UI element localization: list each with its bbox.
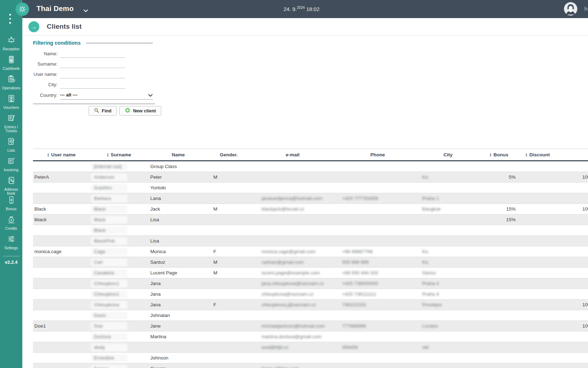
cell-bonus (477, 193, 521, 204)
cell-name (148, 225, 208, 236)
client-row[interactable]: ErnestineJohnson (33, 353, 588, 363)
cell-discount (521, 214, 588, 225)
redacted-city: Ko. (422, 174, 429, 180)
cell-discount (521, 353, 588, 363)
sidebar-item-operations[interactable]: Operations (0, 74, 22, 94)
chevron-down-icon (148, 92, 153, 98)
cell-name: Monica (148, 246, 208, 257)
cell-surname: Chloupkov1 (90, 278, 148, 289)
cell-city: Prostejov (419, 300, 477, 310)
redacted-phone: +420 736000000 (342, 281, 378, 286)
sidebar-item-invoicing[interactable]: Invoicing (0, 156, 22, 176)
money-bag-icon: $ (7, 215, 16, 225)
client-row[interactable]: Chloupkov1Janajana.chloupkova@seznam.cz+… (33, 278, 588, 289)
redacted-email: michaeljackson@hotmail.com (262, 323, 325, 329)
column-header-discount[interactable]: ▲▼Discount (521, 149, 588, 161)
client-row[interactable]: PeterAAndersonPeterMKo.5%10% (33, 172, 588, 183)
redacted-surname: Farrow (91, 365, 127, 368)
sliders-icon (7, 234, 16, 245)
sidebar-item-settings[interactable]: Settings (0, 234, 22, 254)
sidebar-item-label: Invoicing (4, 168, 18, 172)
sidebar-item-reception[interactable]: Reception (0, 35, 22, 55)
find-button[interactable]: Find (89, 106, 117, 116)
city-label: City: (33, 82, 57, 87)
sidebar-item-label: Credits (5, 227, 17, 230)
cell-phone: 555 688 999 (336, 257, 419, 268)
sidebar-item-label: Entries / Tickets (1, 125, 22, 133)
client-row[interactable]: monica.cageCageMonicaFmonica.cage@gmail.… (33, 246, 588, 257)
avatar[interactable] (564, 2, 577, 16)
client-row[interactable]: DurtovaMartinamartina.durtova@gmail.com (33, 331, 588, 342)
sidebar-item-address-book[interactable]: Address book (0, 176, 22, 195)
cell-name: Johnatan (148, 310, 208, 321)
cell-surname: Chloupkova (90, 300, 148, 310)
cell-email: chloupkova.j@seznam.cz (249, 300, 336, 310)
gear-icon[interactable] (16, 2, 29, 16)
username-input[interactable] (60, 70, 125, 78)
client-row[interactable]: Black (33, 225, 588, 236)
client-row[interactable]: ArashiroYoritoki (33, 183, 588, 193)
client-row[interactable]: CavaleriaLucent PageMlucent.page@example… (33, 268, 588, 278)
surname-label: Surname: (33, 61, 57, 67)
app-title[interactable]: Thai Demo (37, 5, 74, 13)
client-row[interactable]: FarrowGeorgefores.g@bes.com (33, 363, 588, 368)
redacted-surname: Davis (91, 312, 127, 319)
cell-city: London (419, 321, 477, 331)
cell-gender (208, 289, 249, 300)
redacted-phone: +420 736111111 (342, 291, 376, 297)
cell-surname: Carl (90, 257, 148, 268)
client-row[interactable]: BarbaraLanajanavasiljevna@hotmail.com+42… (33, 193, 588, 204)
column-header-surname[interactable]: ▲▼Surname (90, 149, 148, 161)
client-row[interactable]: [Internal use]Group Class (33, 161, 588, 172)
client-row[interactable]: Doe1DoeJanemichaeljackson@hotmail.com777… (33, 321, 588, 331)
sidebar-item-cashbook[interactable]: Cashbook (0, 55, 22, 74)
sidebar-item-entries-tickets[interactable]: Entries / Tickets (0, 113, 22, 137)
redacted-phone: 555 688 999 (342, 260, 369, 265)
new-client-button-label: New client (133, 108, 156, 113)
cell-name (148, 342, 208, 353)
cell-username (33, 363, 90, 368)
redacted-city: Praha 4 (422, 281, 439, 286)
column-header-phone: Phone (336, 149, 419, 161)
client-row[interactable]: BlackBlackJackMblackjack@tiscali.czBangk… (33, 204, 588, 214)
column-header-username[interactable]: ▲▼User name (33, 149, 90, 161)
cell-surname: Cage (90, 246, 148, 257)
arrow-right-icon[interactable]: → (28, 21, 39, 32)
client-row[interactable]: Chloupkov1Janachloupkova@seznam.cz+420 7… (33, 289, 588, 300)
client-row[interactable]: DavisJohnatan (33, 310, 588, 321)
chevron-down-icon[interactable] (83, 7, 88, 14)
sidebar-item-label: Vouchers (4, 106, 19, 110)
cell-email: michaeljackson@hotmail.com (249, 321, 336, 331)
cell-username: PeterA (33, 172, 90, 183)
cell-surname: dwdy (90, 342, 148, 353)
sidebar-item-credits[interactable]: $ Credits (0, 215, 22, 234)
name-input[interactable] (60, 50, 125, 58)
cell-discount (521, 193, 588, 204)
client-row[interactable]: BlackPinkLisa (33, 236, 588, 246)
new-client-button[interactable]: New client (119, 106, 161, 116)
country-select[interactable]: --- all --- (60, 91, 153, 100)
client-row[interactable]: dwdywsd@kfjd.cz456456old (33, 342, 588, 353)
client-row[interactable]: lblackBlackLisa15% (33, 214, 588, 225)
redacted-phone: +66 99887766 (342, 249, 373, 254)
client-row[interactable]: CarlSantozMcarlsan@gmail.com555 688 999K… (33, 257, 588, 268)
redacted-city: Bangkok (422, 206, 441, 212)
client-row[interactable]: ChloupkovaJanaFchloupkova.j@seznam.cz736… (33, 300, 588, 310)
surname-input[interactable] (60, 60, 125, 68)
filter-title-rule (86, 43, 153, 43)
cell-gender (208, 353, 249, 363)
redacted-city: Prostejov (422, 302, 442, 307)
redacted-email: blackjack@tiscali.cz (262, 206, 304, 212)
sidebar-item-bonus[interactable]: $ Bonus (0, 195, 22, 215)
column-header-bonus[interactable]: ▲▼Bonus (477, 149, 521, 161)
sidebar-item-label: Reception (3, 47, 19, 51)
sidebar-item-vouchers[interactable]: Vouchers (0, 94, 22, 113)
cell-discount (521, 257, 588, 268)
kebab-menu-icon[interactable] (9, 14, 11, 24)
cell-name: Lisa (148, 214, 208, 225)
cell-email: martina.durtova@gmail.com (249, 331, 336, 342)
sidebar-item-lists[interactable]: Lists (0, 137, 22, 156)
username-label[interactable]: h (584, 6, 587, 12)
redacted-email: martina.durtova@gmail.com (262, 334, 321, 339)
city-input[interactable] (60, 80, 125, 89)
